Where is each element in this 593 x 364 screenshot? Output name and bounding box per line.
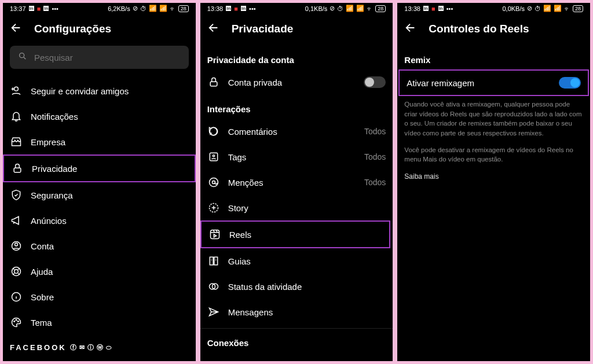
more-icon: •••	[446, 5, 453, 12]
settings-item-follow-invite[interactable]: Seguir e convidar amigos	[3, 78, 196, 104]
row-label: Privacidade	[32, 164, 188, 174]
status-time: 13:38	[404, 5, 420, 12]
row-label: Empresa	[31, 137, 189, 147]
accounts-center-link[interactable]: Central de Contas	[3, 354, 196, 362]
enable-remix-row[interactable]: Ativar remixagem	[398, 69, 589, 96]
row-label: Conta	[31, 241, 189, 251]
linkedin-icon: in	[423, 6, 429, 11]
battery-indicator: 28	[573, 5, 583, 12]
settings-item-theme[interactable]: Tema	[3, 310, 196, 335]
notif-icon: ■	[234, 5, 238, 12]
status-bar: 13:38 in ■ in ••• 0,0KB/s ⊘ ⏱ 📶 📶 ᯤ 28	[397, 3, 590, 13]
row-label: Menções	[228, 178, 356, 187]
settings-item-help[interactable]: Ajuda	[3, 259, 196, 284]
svg-rect-2	[14, 168, 21, 172]
row-label: Anúncios	[31, 216, 189, 226]
privacy-item-mentions[interactable]: Menções Todos	[200, 170, 393, 195]
status-time: 13:37	[10, 5, 26, 12]
linkedin-icon: in	[241, 6, 246, 11]
row-value: Todos	[364, 178, 386, 187]
learn-more-link[interactable]: Saiba mais	[397, 168, 590, 185]
alarm-off-icon: ⊘	[133, 5, 138, 12]
svg-point-14	[213, 155, 214, 157]
linkedin-icon: in	[43, 6, 49, 11]
story-icon	[207, 201, 220, 214]
back-arrow-icon[interactable]	[404, 21, 417, 36]
screen-settings: 13:37 in ■ in ••• 6,2KB/s ⊘ ⏱ 📶 📶 ᯤ 28 C…	[2, 2, 197, 362]
back-arrow-icon[interactable]	[10, 21, 23, 36]
guides-icon	[207, 255, 220, 267]
svg-point-8	[14, 321, 15, 322]
settings-item-business[interactable]: Empresa	[3, 129, 196, 155]
header: Privacidade	[200, 13, 393, 46]
wifi-icon: ᯤ	[170, 5, 176, 12]
privacy-item-reels[interactable]: Reels	[200, 220, 391, 248]
signal-icon: 📶	[543, 5, 551, 12]
comment-icon	[207, 125, 220, 138]
settings-item-security[interactable]: Segurança	[3, 182, 196, 208]
svg-point-10	[18, 321, 19, 322]
row-label: Mensagens	[228, 307, 386, 317]
add-user-icon	[10, 84, 23, 97]
remix-description-1: Quando você ativa a remixagem, qualquer …	[397, 96, 590, 142]
settings-item-privacy[interactable]: Privacidade	[3, 155, 196, 182]
private-account-row[interactable]: Conta privada	[200, 69, 393, 95]
data-speed: 0,0KB/s	[502, 5, 525, 12]
settings-item-notifications[interactable]: Notificações	[3, 104, 196, 129]
screen-reels-controls: 13:38 in ■ in ••• 0,0KB/s ⊘ ⏱ 📶 📶 ᯤ 28 C…	[396, 2, 591, 362]
page-title: Privacidade	[232, 23, 294, 35]
lock-icon	[207, 76, 220, 89]
settings-item-account[interactable]: Conta	[3, 233, 196, 259]
section-account-privacy: Privacidade da conta	[200, 46, 393, 69]
alarm-off-icon: ⊘	[527, 5, 532, 12]
palette-icon	[10, 316, 23, 329]
privacy-item-activity[interactable]: Status da atividade	[200, 274, 393, 299]
section-interactions: Interações	[200, 95, 393, 119]
linkedin-icon: in	[438, 6, 444, 11]
settings-item-ads[interactable]: Anúncios	[3, 208, 196, 233]
signal-icon: 📶	[159, 5, 167, 12]
data-speed: 6,2KB/s	[108, 5, 130, 12]
notif-icon: ■	[431, 5, 435, 12]
search-bar[interactable]	[10, 46, 189, 69]
private-account-toggle[interactable]	[364, 76, 386, 88]
more-icon: •••	[249, 5, 256, 12]
row-label: Sobre	[31, 292, 189, 302]
privacy-item-guides[interactable]: Guias	[200, 248, 393, 274]
notif-icon: ■	[37, 5, 41, 12]
enable-remix-toggle[interactable]	[559, 77, 581, 89]
privacy-item-story[interactable]: Story	[200, 195, 393, 220]
page-title: Controles do Reels	[429, 23, 529, 35]
row-label: Comentários	[228, 127, 356, 137]
linkedin-icon: in	[226, 6, 231, 11]
linkedin-icon: in	[29, 6, 34, 11]
more-icon: •••	[52, 5, 58, 12]
status-bar: 13:38 in ■ in ••• 0,1KB/s ⊘ ⏱ 📶 📶 ᯤ 28	[200, 3, 393, 13]
row-label: Conta privada	[228, 78, 356, 87]
clock-icon: ⏱	[337, 5, 343, 12]
messages-icon	[207, 306, 220, 318]
svg-point-0	[20, 53, 24, 58]
privacy-item-messages[interactable]: Mensagens	[200, 299, 393, 325]
page-title: Configurações	[34, 23, 111, 35]
bell-icon	[10, 110, 23, 123]
brand-icons: ⓕ ✉ ⓘ ⓦ ⬭	[70, 343, 112, 352]
row-label: Notificações	[31, 112, 189, 122]
privacy-item-tags[interactable]: Tags Todos	[200, 144, 393, 170]
row-label: Ativar remixagem	[407, 78, 551, 88]
privacy-item-comments[interactable]: Comentários Todos	[200, 119, 393, 144]
search-input[interactable]	[34, 53, 181, 62]
tag-icon	[207, 150, 220, 163]
wifi-icon: ᯤ	[564, 5, 570, 12]
row-label: Guias	[228, 256, 386, 266]
row-label: Story	[228, 203, 386, 213]
signal-icon: 📶	[554, 5, 562, 12]
brand-text: FACEBOOK	[10, 343, 67, 352]
search-icon	[18, 52, 27, 63]
back-arrow-icon[interactable]	[207, 21, 220, 36]
battery-indicator: 28	[178, 5, 189, 12]
shield-icon	[10, 189, 23, 201]
svg-point-6	[14, 270, 19, 274]
clock-icon: ⏱	[535, 5, 541, 12]
settings-item-about[interactable]: Sobre	[3, 284, 196, 310]
